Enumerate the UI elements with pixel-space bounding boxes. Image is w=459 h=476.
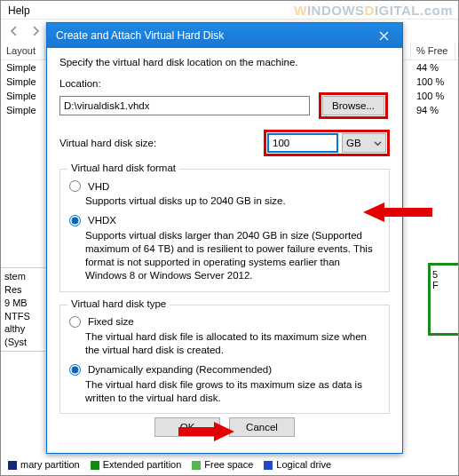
partition-fragment-left: stem Res 9 MB NTFS althy (Syst <box>1 267 45 352</box>
radio-dynamic[interactable]: Dynamically expanding (Recommended) <box>69 364 380 376</box>
cell: Simple <box>1 75 45 89</box>
format-legend: Virtual hard disk format <box>67 163 179 173</box>
partition-fragment-right: 5 F <box>428 263 459 336</box>
location-input[interactable] <box>59 96 310 115</box>
radio-vhdx-label: VHDX <box>88 215 116 226</box>
legend-primary: mary partition <box>8 459 80 470</box>
cell: Simple <box>1 103 45 117</box>
annotation-arrow-icon <box>363 201 432 224</box>
cancel-button[interactable]: Cancel <box>229 417 295 437</box>
cell: 100 % <box>411 89 455 103</box>
annotation-arrow-icon <box>178 420 234 443</box>
radio-vhd-label: VHD <box>88 181 109 192</box>
create-vhd-dialog: Create and Attach Virtual Hard Disk Spec… <box>46 22 403 454</box>
radio-dynamic-label: Dynamically expanding (Recommended) <box>88 364 272 375</box>
size-input[interactable] <box>267 133 338 153</box>
chevron-down-icon <box>374 139 382 147</box>
radio-fixed-label: Fixed size <box>88 316 134 327</box>
cell: 94 % <box>411 103 455 117</box>
browse-button[interactable]: Browse... <box>322 96 384 115</box>
legend-free: Free space <box>192 459 253 470</box>
watermark: WINDOWSDIGITAL.com <box>294 3 453 18</box>
dialog-description: Specify the virtual hard disk location o… <box>59 57 390 67</box>
col-layout[interactable]: Layout <box>1 42 45 60</box>
legend-extended: Extended partition <box>91 459 182 470</box>
cell: 44 % <box>411 60 455 75</box>
toolbar-btn-back[interactable] <box>4 21 24 41</box>
close-icon <box>379 31 389 41</box>
size-label: Virtual hard disk size: <box>59 138 257 148</box>
svg-marker-6 <box>363 202 432 222</box>
radio-fixed[interactable]: Fixed size <box>69 316 380 328</box>
menu-help[interactable]: Help <box>8 4 30 17</box>
close-button[interactable] <box>368 25 399 46</box>
partition-legend: mary partition Extended partition Free s… <box>1 454 458 475</box>
svg-marker-7 <box>178 422 234 441</box>
radio-vhdx[interactable]: VHDX <box>69 215 380 226</box>
toolbar-btn-fwd[interactable] <box>26 21 45 41</box>
cell: 100 % <box>411 75 455 89</box>
legend-logical: Logical drive <box>264 459 331 470</box>
radio-vhd[interactable]: VHD <box>69 180 380 192</box>
size-unit-select[interactable]: GB <box>342 133 386 153</box>
vhdx-desc: Supports virtual disks larger than 2040 … <box>85 229 380 282</box>
type-group: Virtual hard disk type Fixed size The vi… <box>59 305 390 415</box>
cell: Simple <box>1 89 45 103</box>
browse-highlight: Browse... <box>319 92 388 119</box>
size-unit-value: GB <box>346 138 361 148</box>
type-legend: Virtual hard disk type <box>67 298 170 309</box>
cell: Simple <box>1 60 45 75</box>
dynamic-desc: The virtual hard disk file grows to its … <box>85 378 380 405</box>
fixed-desc: The virtual hard disk file is allocated … <box>85 330 380 357</box>
location-label: Location: <box>59 78 390 89</box>
col-free[interactable]: % Free <box>411 42 455 60</box>
titlebar[interactable]: Create and Attach Virtual Hard Disk <box>47 23 402 48</box>
vhd-desc: Supports virtual disks up to 2040 GB in … <box>85 194 380 208</box>
size-highlight: GB <box>264 130 390 156</box>
format-group: Virtual hard disk format VHD Supports vi… <box>59 169 390 292</box>
dialog-title: Create and Attach Virtual Hard Disk <box>56 29 368 42</box>
